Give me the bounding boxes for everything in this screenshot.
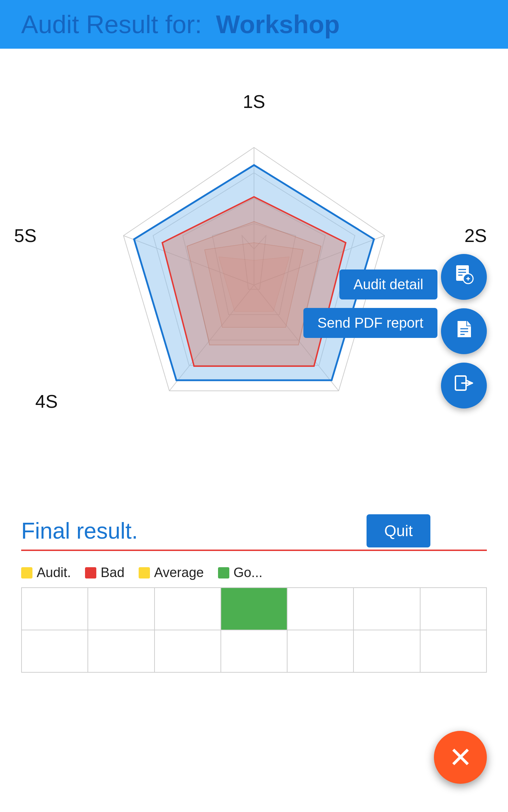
chart-area: 1S 2S 3S 4S 5S (0, 49, 508, 507)
legend-average-color (139, 567, 150, 578)
bar-cell-6 (353, 588, 420, 630)
tooltip-area: Audit detail Send PDF report (303, 269, 437, 338)
radar-label-4s: 4S (35, 391, 58, 412)
bar-cell-1 (22, 588, 88, 630)
bar-chart-table (21, 587, 487, 673)
bar-chart-area (0, 587, 508, 694)
audit-detail-fab[interactable] (441, 254, 487, 300)
send-pdf-fab[interactable] (441, 308, 487, 354)
bar-cell-2-1 (22, 630, 88, 672)
legend-bad-label: Bad (101, 565, 125, 580)
legend-bad: Bad (85, 565, 125, 580)
bar-cell-7 (420, 588, 486, 630)
legend-audit: Audit. (21, 565, 71, 580)
bar-cell-2-7 (420, 630, 486, 672)
workshop-label: Workshop (216, 10, 340, 39)
audit-detail-button[interactable]: Audit detail (339, 269, 437, 299)
bar-cell-5 (287, 588, 353, 630)
bar-cell-2-5 (287, 630, 353, 672)
legend-average-label: Average (154, 565, 204, 580)
bar-cell-2-2 (88, 630, 154, 672)
radar-label-5s: 5S (14, 225, 37, 246)
legend-good-label: Go... (234, 565, 262, 580)
document-icon (453, 318, 474, 344)
fab-column (441, 254, 487, 408)
table-row (22, 588, 486, 630)
legend-average: Average (139, 565, 204, 580)
exit-fab[interactable] (441, 363, 487, 408)
bar-cell-2 (88, 588, 154, 630)
radar-label-2s: 2S (464, 225, 487, 246)
close-icon: ✕ (449, 741, 472, 774)
close-fab-button[interactable]: ✕ (434, 731, 487, 784)
legend-good: Go... (218, 565, 262, 580)
radar-label-1s: 1S (243, 91, 265, 112)
bar-cell-3 (155, 588, 221, 630)
page-header: Audit Result for: Workshop (0, 0, 508, 49)
exit-icon (453, 372, 474, 399)
quit-button[interactable]: Quit (367, 514, 430, 547)
audit-result-label: Audit Result for: (21, 10, 202, 39)
send-pdf-button[interactable]: Send PDF report (303, 308, 437, 338)
bar-cell-2-6 (353, 630, 420, 672)
legend-area: Audit. Bad Average Go... (0, 551, 508, 587)
final-result-section: Final result. Quit (0, 507, 508, 551)
legend-bad-color (85, 567, 96, 578)
bar-cell-4-green (221, 588, 287, 630)
bar-cell-2-4 (221, 630, 287, 672)
legend-audit-label: Audit. (37, 565, 71, 580)
bar-cell-2-3 (155, 630, 221, 672)
legend-audit-color (21, 567, 32, 578)
legend-good-color (218, 567, 229, 578)
table-row-2 (22, 630, 486, 672)
search-doc-icon (453, 264, 474, 290)
